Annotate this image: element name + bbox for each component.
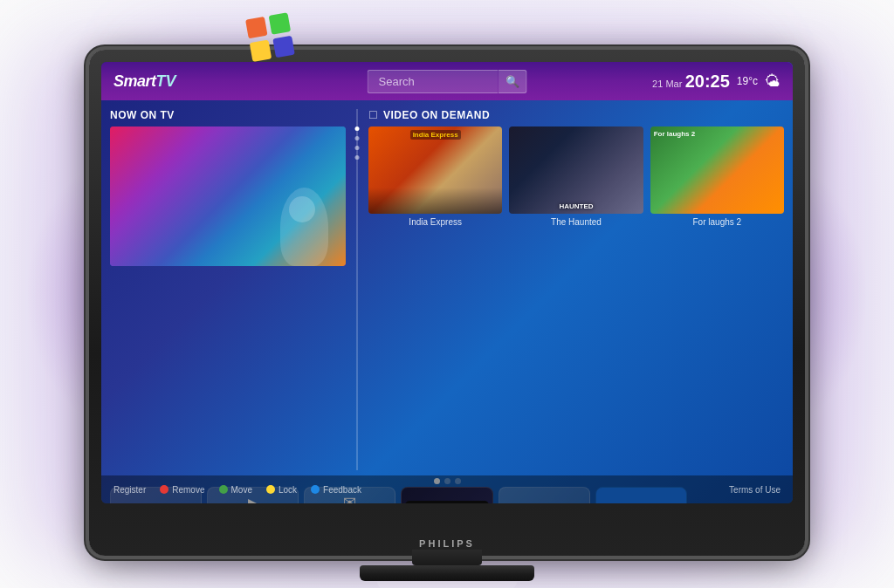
logo-blue xyxy=(272,35,294,57)
now-on-tv-section: Now on TV xyxy=(110,109,346,470)
logo-yellow xyxy=(250,39,272,61)
red-dot xyxy=(160,485,168,494)
tv-outer: Smart TV 🔍 21 Mar 20:25 19°c 🌤 Now on TV xyxy=(89,50,805,556)
haunted-title: HAUNTED xyxy=(559,202,593,210)
vod-thumbnails: India Express India Express HAUNTED The … xyxy=(368,126,784,470)
header: Smart TV 🔍 21 Mar 20:25 19°c 🌤 xyxy=(101,62,793,100)
content-area: Now on TV ☐ xyxy=(101,100,793,475)
vod-title: Video on Demand xyxy=(383,109,490,121)
yellow-dot xyxy=(266,485,275,494)
now-on-tv-thumbnail[interactable] xyxy=(110,126,346,266)
search-input[interactable] xyxy=(368,70,499,93)
smart-text: Smart xyxy=(113,72,156,91)
bottom-bar: Register Remove Move Lock Feedback Terms… xyxy=(101,475,793,503)
blue-dot xyxy=(311,485,320,494)
weather-icon: 🌤 xyxy=(765,72,781,91)
section-divider xyxy=(356,109,358,470)
green-dot xyxy=(219,485,228,494)
vod-item-haunted[interactable]: HAUNTED The Haunted xyxy=(509,126,643,470)
vod-item-laughs[interactable]: For laughs 2 For laughs 2 xyxy=(650,126,784,470)
temp-display: 19°c xyxy=(737,75,758,87)
dot-2 xyxy=(355,136,360,140)
register-label: Register xyxy=(113,485,146,495)
philips-brand: PHILIPS xyxy=(419,538,475,549)
move-btn: Move xyxy=(219,485,252,495)
vod-label-laughs: For laughs 2 xyxy=(693,217,742,227)
vod-checkbox-icon: ☐ xyxy=(368,109,378,121)
dot-3 xyxy=(355,146,360,150)
divider-dots xyxy=(355,126,360,160)
tv-stand xyxy=(360,550,534,588)
remove-btn: Remove xyxy=(160,485,204,495)
vod-thumb-india[interactable]: India Express xyxy=(368,126,502,214)
terms-label: Terms of Use xyxy=(729,485,781,495)
smart-tv-logo: Smart TV xyxy=(113,72,176,91)
vod-thumb-haunted[interactable]: HAUNTED xyxy=(509,126,643,214)
vod-thumb-laughs[interactable]: For laughs 2 xyxy=(650,126,784,214)
stand-reflection xyxy=(377,582,517,588)
dot-4 xyxy=(355,155,360,160)
lock-btn: Lock xyxy=(266,485,297,495)
stand-base xyxy=(360,565,534,581)
vod-section: ☐ Video on Demand India Express India Ex… xyxy=(368,109,784,470)
date-display: 21 Mar 20:25 xyxy=(652,72,730,92)
logo-red xyxy=(245,17,267,38)
stand-neck xyxy=(412,550,482,565)
vod-item-india[interactable]: India Express India Express xyxy=(368,126,502,470)
vod-label-india: India Express xyxy=(409,217,462,227)
now-on-tv-title: Now on TV xyxy=(110,109,346,121)
logo-green xyxy=(268,12,290,34)
vod-title-row: ☐ Video on Demand xyxy=(368,109,784,121)
vod-label-haunted: The Haunted xyxy=(551,217,602,227)
header-right: 21 Mar 20:25 19°c 🌤 xyxy=(652,72,781,92)
dot-1 xyxy=(355,126,360,131)
tv-screen: Smart TV 🔍 21 Mar 20:25 19°c 🌤 Now on TV xyxy=(101,62,793,503)
tv-text: TV xyxy=(156,72,176,91)
search-button[interactable]: 🔍 xyxy=(499,70,527,93)
feedback-btn: Feedback xyxy=(311,485,361,495)
search-bar: 🔍 xyxy=(368,70,527,93)
laughs-title: For laughs 2 xyxy=(654,130,696,138)
philips-logo-icon xyxy=(249,16,301,64)
